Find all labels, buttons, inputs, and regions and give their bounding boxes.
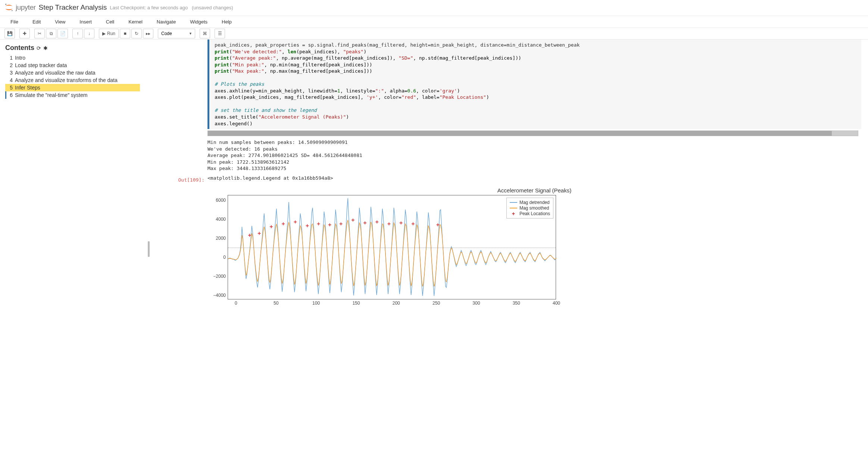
y-tick: 4000 (210, 217, 226, 222)
svg-point-0 (5, 4, 6, 5)
cell-type-select-wrap[interactable]: Code (158, 29, 195, 38)
toolbar: 💾 ✚ ✂ ⧉ 📄 ↑ ↓ ▶ Run ■ ↻ ▸▸ Code ⌘ ☰ (0, 28, 868, 40)
menu-insert[interactable]: Insert (77, 17, 95, 27)
jupyter-logo[interactable]: jupyter (4, 2, 36, 13)
menu-view[interactable]: View (52, 17, 68, 27)
code-cell[interactable]: peak_indices, peak_properties = sp.signa… (158, 40, 861, 175)
command-palette-button[interactable]: ⌘ (200, 29, 210, 38)
x-tick: 50 (274, 301, 278, 306)
menu-file[interactable]: File (7, 17, 21, 27)
toc-sidebar: Contents ⟳ ✱ 1Intro2Load step tracker da… (0, 40, 146, 458)
move-cell-down-button[interactable]: ↓ (84, 29, 94, 38)
svg-point-1 (12, 10, 13, 11)
cell-type-select[interactable]: Code (158, 29, 195, 38)
toc-item-2[interactable]: 2Load step tracker data (5, 62, 140, 69)
x-tick: 300 (472, 301, 480, 306)
chart-output: Accelerometer Signal (Peaks) Mag detrend… (207, 184, 861, 302)
y-tick: 2000 (210, 236, 226, 241)
stdout-output: Min num samples between peaks: 14.509090… (207, 136, 861, 175)
x-tick: 100 (312, 301, 320, 306)
toc-item-1[interactable]: 1Intro (5, 54, 140, 62)
result-repr: <matplotlib.legend.Legend at 0x1a16bb594… (207, 175, 861, 185)
x-tick: 250 (433, 301, 440, 306)
chart-plot-area: Mag detrended Mag smoothed +Peak Locatio… (228, 195, 556, 299)
threshold-hline (228, 248, 556, 248)
output-prompt: Out[109]: (158, 175, 207, 303)
toc-title: Contents ⟳ ✱ (5, 44, 140, 52)
y-tick: −4000 (210, 293, 226, 298)
legend-label-1: Mag smoothed (519, 205, 549, 211)
sidebar-splitter[interactable] (146, 40, 152, 458)
restart-run-all-button[interactable]: ▸▸ (143, 29, 153, 38)
input-prompt (158, 40, 207, 175)
notebook-name[interactable]: Step Tracker Analysis (39, 3, 107, 12)
x-tick: 150 (352, 301, 360, 306)
run-cell-button[interactable]: ▶ Run (99, 29, 119, 38)
code-input[interactable]: peak_indices, peak_properties = sp.signa… (207, 40, 861, 129)
chart-legend: Mag detrended Mag smoothed +Peak Locatio… (506, 198, 553, 219)
menu-edit[interactable]: Edit (29, 17, 44, 27)
y-tick: 6000 (210, 198, 226, 203)
insert-cell-below-button[interactable]: ✚ (19, 29, 30, 38)
toc-refresh-icon[interactable]: ⟳ (37, 45, 41, 51)
menu-widgets[interactable]: Widgets (187, 17, 210, 27)
chart-title: Accelerometer Signal (Peaks) (207, 187, 861, 194)
paste-cell-button[interactable]: 📄 (57, 29, 68, 38)
output-cell: Out[109]: <matplotlib.legend.Legend at 0… (158, 175, 861, 303)
x-tick: 200 (393, 301, 400, 306)
restart-kernel-button[interactable]: ↻ (131, 29, 142, 38)
menu-help[interactable]: Help (219, 17, 235, 27)
toc-item-3[interactable]: 3Analyze and visualize the raw data (5, 69, 140, 76)
menu-navigate[interactable]: Navigate (154, 17, 179, 27)
menu-kernel[interactable]: Kernel (125, 17, 146, 27)
x-tick: 0 (235, 301, 237, 306)
menubar: FileEditViewInsertCellKernelNavigateWidg… (0, 16, 868, 28)
app-name: jupyter (16, 3, 36, 12)
save-button[interactable]: 💾 (4, 29, 15, 38)
x-tick: 350 (513, 301, 520, 306)
checkpoint-info: Last Checkpoint: a few seconds ago (unsa… (110, 5, 233, 10)
toc-list: 1Intro2Load step tracker data3Analyze an… (5, 54, 140, 99)
horizontal-scrollbar[interactable] (207, 131, 858, 136)
menu-cell[interactable]: Cell (103, 17, 117, 27)
x-tick: 400 (553, 301, 560, 306)
notebook-header: jupyter Step Tracker Analysis Last Check… (0, 0, 868, 16)
toc-item-5[interactable]: 5Infer Steps (5, 84, 140, 91)
cut-cell-button[interactable]: ✂ (34, 29, 45, 38)
toc-settings-icon[interactable]: ✱ (43, 45, 48, 51)
toc-item-4[interactable]: 4Analyze and visualize transforms of the… (5, 76, 140, 84)
interrupt-kernel-button[interactable]: ■ (120, 29, 130, 38)
y-tick: 0 (210, 255, 226, 260)
toc-item-6[interactable]: 6Simulate the "real-time" system (5, 91, 140, 99)
copy-cell-button[interactable]: ⧉ (46, 29, 56, 38)
legend-label-0: Mag detrended (519, 200, 550, 205)
legend-label-2: Peak Locations (519, 211, 550, 216)
y-tick: −2000 (210, 274, 226, 279)
move-cell-up-button[interactable]: ↑ (72, 29, 83, 38)
notebook-area: peak_indices, peak_properties = sp.signa… (152, 40, 868, 458)
jupyter-logo-icon (4, 2, 14, 13)
toggle-toc-button[interactable]: ☰ (215, 29, 225, 38)
